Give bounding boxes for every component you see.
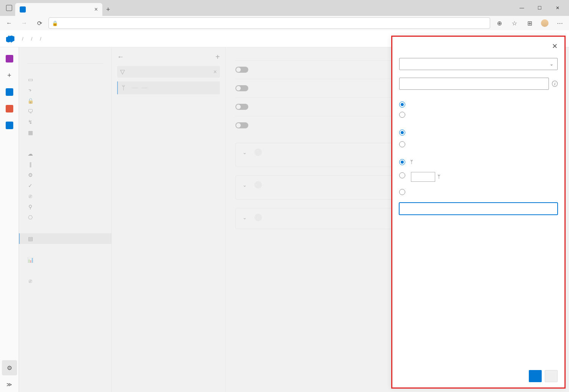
hook-icon: ↯	[27, 119, 33, 125]
display-name-input[interactable]	[399, 203, 558, 215]
add-build-policy-panel: ✕ ⌄ i ᛘ	[391, 36, 566, 389]
tab-actions-left	[3, 0, 15, 16]
funnel-icon: ▽	[120, 68, 125, 75]
retention-icon: ⎚	[27, 193, 33, 199]
radio-icon	[399, 141, 405, 147]
reading-mode-icon[interactable]: ⊕	[493, 17, 505, 29]
radio-icon	[399, 130, 405, 136]
chevron-down-icon: ⌄	[243, 150, 247, 155]
radio-icon	[399, 112, 405, 118]
expiration-immediate-radio[interactable]: ᛘ	[399, 159, 558, 165]
trigger-manual-radio[interactable]	[399, 111, 558, 118]
cancel-button[interactable]	[545, 370, 558, 382]
sidebar-item-teams[interactable]: ᱍ	[19, 85, 111, 95]
more-menu-icon[interactable]: ⋯	[554, 17, 566, 29]
compare-badge	[141, 87, 148, 89]
toggle[interactable]	[235, 122, 262, 128]
storage-icon: 📊	[27, 257, 33, 263]
browser-chrome: × + — ☐ ✕ ← → ⟳ 🔒 ⊕ ☆ ⊞ ⋯	[0, 0, 569, 30]
settings-group-test	[19, 270, 111, 276]
radio-label: ᛘ	[409, 172, 441, 182]
expiration-after-radio[interactable]: ᛘ	[399, 172, 558, 182]
panel-footer	[399, 365, 558, 382]
toggle[interactable]	[235, 85, 262, 91]
sidebar-item-repositories[interactable]: ▤	[19, 233, 111, 244]
sidebar-item-service-hooks[interactable]: ↯	[19, 117, 111, 127]
sidebar-item-parallel-jobs[interactable]: ∥	[19, 159, 111, 170]
collapse-rail-icon[interactable]: ≫	[2, 377, 17, 392]
profile-avatar[interactable]	[539, 17, 551, 29]
breadcrumb-sep: /	[31, 36, 33, 42]
browser-tab[interactable]: ×	[15, 3, 102, 16]
sidebar-item-agent-pools[interactable]: ☁	[19, 148, 111, 159]
branch-row[interactable]: ᛘ	[117, 81, 220, 94]
policy-required-radio[interactable]	[399, 129, 558, 136]
boards-icon[interactable]	[2, 84, 17, 100]
repo-header: ← +	[117, 53, 220, 61]
trigger-auto-radio[interactable]	[399, 101, 558, 108]
toggle[interactable]	[235, 104, 262, 110]
sidebar-item-settings[interactable]: ⚙	[19, 170, 111, 180]
back-button[interactable]: ←	[3, 17, 15, 29]
sidebar-item-permissions[interactable]: 🔒	[19, 95, 111, 106]
path-filter-input[interactable]	[399, 78, 549, 90]
left-nav-rail: + ⚙ ≫	[0, 47, 19, 392]
add-icon[interactable]: +	[2, 68, 17, 83]
save-button[interactable]	[529, 370, 542, 382]
radio-icon	[399, 172, 405, 178]
dashboards-icon: ▦	[27, 130, 33, 136]
sidebar-item-xaml-build[interactable]: ⎔	[19, 212, 111, 223]
breadcrumb-sep: /	[40, 36, 41, 42]
sidebar-item-storage[interactable]: 📊	[19, 255, 111, 265]
count-badge	[254, 148, 262, 156]
pipelines-icon[interactable]	[2, 118, 17, 133]
repos-icon[interactable]	[2, 101, 17, 116]
project-settings-icon[interactable]: ⚙	[2, 360, 17, 375]
radio-icon	[399, 102, 405, 108]
tab-actions-icon[interactable]	[6, 5, 12, 11]
new-tab-button[interactable]: +	[102, 3, 114, 16]
connections-icon: ⚲	[27, 204, 33, 210]
project-icon[interactable]	[2, 51, 17, 66]
overview-icon: ▭	[27, 77, 33, 83]
build-pipeline-select[interactable]: ⌄	[399, 58, 558, 70]
settings-group-artifacts	[19, 249, 111, 255]
branch-filter[interactable]: ▽ ×	[117, 66, 220, 78]
count-badge	[254, 214, 262, 221]
hours-input[interactable]	[411, 172, 435, 182]
settings-group-pipelines	[19, 143, 111, 148]
close-window-button[interactable]: ✕	[549, 2, 566, 14]
branch-icon: ᛘ	[437, 174, 440, 180]
back-arrow-icon[interactable]: ←	[117, 53, 124, 61]
expiration-never-radio[interactable]	[399, 189, 558, 195]
collections-icon[interactable]: ⊞	[524, 17, 536, 29]
maximize-button[interactable]: ☐	[531, 2, 548, 14]
close-panel-icon[interactable]: ✕	[552, 42, 558, 50]
refresh-button[interactable]: ⟳	[33, 17, 45, 29]
minimize-button[interactable]: —	[513, 2, 530, 14]
toggle[interactable]	[235, 67, 262, 73]
azure-devops-logo[interactable]	[6, 34, 14, 43]
sidebar-item-notifications[interactable]: 🗨	[19, 106, 111, 117]
info-icon[interactable]: i	[552, 81, 558, 87]
sidebar-item-service-connections[interactable]: ⚲	[19, 201, 111, 212]
sidebar-item-retention[interactable]: ⎚	[19, 276, 111, 286]
sidebar-item-release-retention[interactable]: ⎚	[19, 191, 111, 201]
close-tab-icon[interactable]: ×	[94, 6, 98, 13]
branch-icon: ᛘ	[122, 84, 125, 91]
radio-icon	[399, 189, 405, 195]
clear-filter-icon[interactable]: ×	[213, 69, 217, 75]
sidebar-item-overview[interactable]: ▭	[19, 74, 111, 85]
sidebar-item-test-management[interactable]: ✓	[19, 180, 111, 191]
window-controls: — ☐ ✕	[513, 0, 566, 16]
favorites-icon[interactable]: ☆	[508, 17, 520, 29]
xaml-icon: ⎔	[27, 214, 33, 220]
notifications-icon: 🗨	[27, 108, 33, 114]
add-branch-icon[interactable]: +	[215, 53, 220, 61]
count-badge	[254, 181, 262, 189]
gear-icon: ⚙	[27, 172, 33, 178]
url-field[interactable]: 🔒	[49, 17, 490, 29]
chevron-down-icon: ⌄	[243, 215, 247, 220]
sidebar-item-dashboards[interactable]: ▦	[19, 127, 111, 138]
policy-optional-radio[interactable]	[399, 141, 558, 147]
